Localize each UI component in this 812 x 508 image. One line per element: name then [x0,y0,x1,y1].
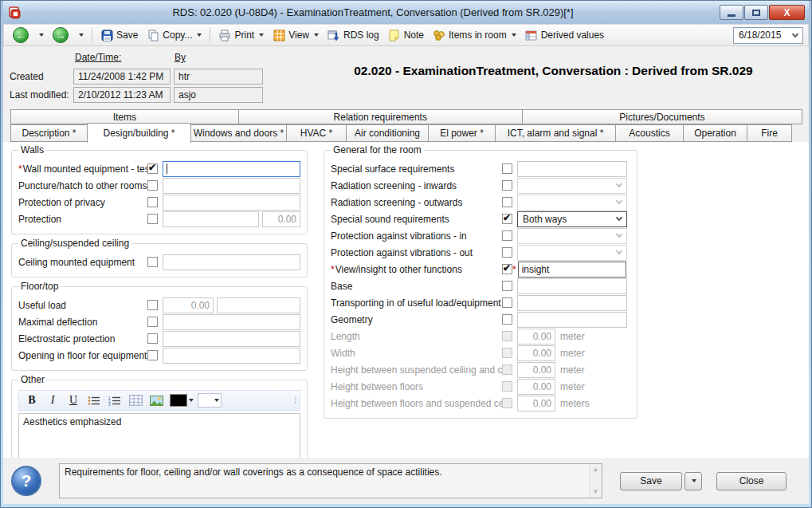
tab-fire[interactable]: Fire [747,124,792,142]
useful-load-amount-input[interactable] [163,297,214,313]
electrostatic-protection-input[interactable] [163,331,300,347]
radiation-inwards-select[interactable] [517,178,627,194]
tab-operation[interactable]: Operation [683,124,747,142]
ceiling-mounted-equipment-checkbox[interactable] [147,257,158,267]
view-button[interactable]: View [269,27,323,43]
created-by-field[interactable]: htr [174,69,263,85]
maximize-button[interactable] [744,5,768,20]
save-footer-button[interactable]: Save [620,472,682,490]
italic-button[interactable]: I [43,392,62,409]
maximal-deflection-input[interactable] [163,314,300,330]
forward-button[interactable]: → [49,26,73,45]
font-dropdown[interactable] [198,393,222,408]
form-row-electrostatic-protection: Electrostatic protection [18,330,300,347]
protection-of-privacy-input[interactable] [163,195,300,211]
vibrations-in-checkbox[interactable] [502,230,512,241]
footer-bar: ? Requirements for floor, ceiling and/or… [3,458,809,504]
date-picker[interactable]: 6/18/2015 [733,27,803,44]
scroll-down-icon[interactable]: ▼ [593,489,599,495]
save-button[interactable]: Save [96,27,142,43]
app-icon[interactable] [7,6,22,20]
tab-pictures-documents[interactable]: Pictures/Documents [522,109,802,124]
base-checkbox[interactable] [502,281,512,291]
color-swatch-icon [170,394,187,407]
protection-of-privacy-label: Protection of privacy [18,197,147,208]
special-surface-input[interactable] [517,161,627,177]
geometry-input[interactable] [517,312,627,328]
insert-image-button[interactable] [147,392,166,409]
last-modified-by-field[interactable]: asjo [174,87,263,103]
toolbar-overflow-handle[interactable]: ⁞ [294,396,296,405]
maximal-deflection-checkbox[interactable] [147,317,158,327]
tab-windows-and-doors[interactable]: Windows and doors * [190,124,287,142]
note-button[interactable]: Note [384,27,428,43]
help-icon[interactable]: ? [11,466,41,496]
created-datetime-field[interactable]: 11/24/2008 1:42 PM [73,69,171,85]
print-button[interactable]: Print [214,27,268,43]
vibrations-out-checkbox[interactable] [502,247,512,258]
transporting-input[interactable] [517,295,627,311]
transporting-checkbox[interactable] [502,297,512,308]
underline-button[interactable]: U [64,392,83,409]
form-row-useful-load: Useful load [18,297,300,313]
minimize-button[interactable] [720,5,743,20]
tab-hvac[interactable]: HVAC * [286,124,347,142]
help-scrollbar[interactable]: ▲ ▼ [589,464,602,498]
tab-design-building[interactable]: Design/building * [87,123,191,143]
height-suspended-ceiling-amount-input [517,362,555,378]
electrostatic-protection-checkbox[interactable] [147,333,158,344]
special-sound-checkbox[interactable] [502,214,512,224]
radiation-outwards-select[interactable] [517,195,627,211]
back-dropdown[interactable] [33,32,48,38]
scroll-up-icon[interactable]: ▲ [593,467,599,473]
protection-checkbox[interactable] [147,214,158,224]
radiation-inwards-checkbox[interactable] [502,180,512,191]
special-sound-select[interactable]: Both ways [517,211,627,227]
vibrations-in-select[interactable] [517,228,627,244]
wall-mounted-equipment-checkbox[interactable] [147,163,158,174]
puncture-hatch-input[interactable] [163,178,300,194]
geometry-checkbox[interactable] [502,314,512,325]
required-marker: * [512,264,516,275]
puncture-hatch-checkbox[interactable] [147,180,158,191]
vibrations-out-select[interactable] [517,245,627,261]
numbered-list-button[interactable]: 123 [105,392,124,409]
items-in-room-button[interactable]: Items in room [429,27,520,43]
tab-relation-requirements[interactable]: Relation requirements [238,109,523,124]
forward-dropdown[interactable] [73,32,88,38]
view-insight-checkbox[interactable] [502,264,512,274]
font-color-button[interactable] [167,392,196,409]
useful-load-input[interactable] [217,297,300,313]
bold-button[interactable]: B [22,392,41,409]
special-surface-checkbox[interactable] [502,163,512,174]
other-text-editor[interactable]: Aesthetics emphasized [18,413,300,458]
rds-log-button[interactable]: RDS log [324,27,383,43]
last-modified-datetime-field[interactable]: 2/10/2012 11:23 AM [73,87,171,103]
tab-ict-alarm-signal[interactable]: ICT, alarm and signal * [495,124,616,142]
wall-mounted-equipment-input[interactable] [163,161,300,177]
opening-in-floor-checkbox[interactable] [147,350,158,360]
close-button[interactable]: X [769,5,805,20]
insert-table-button[interactable] [126,392,145,409]
opening-in-floor-input[interactable] [163,348,300,364]
bullet-list-icon [88,396,100,406]
close-footer-button[interactable]: Close [716,472,787,490]
form-row-radiation-inwards: Radiation screening - inwards [331,177,630,194]
bullet-list-button[interactable] [84,392,104,409]
useful-load-checkbox[interactable] [147,300,158,310]
save-options-dropdown[interactable] [685,472,702,490]
tab-acoustics[interactable]: Acoustics [615,124,684,142]
protection-input[interactable] [163,211,259,227]
view-insight-input[interactable] [518,262,626,278]
tab-air-conditioning[interactable]: Air conditioning [346,124,429,142]
derived-values-button[interactable]: Derived values [521,27,608,43]
tab-el-power[interactable]: El power * [428,124,496,142]
radiation-outwards-checkbox[interactable] [502,197,512,207]
protection-of-privacy-checkbox[interactable] [147,197,158,207]
back-button[interactable]: ← [9,26,33,45]
ceiling-mounted-equipment-input[interactable] [163,254,300,270]
tab-description[interactable]: Description * [10,124,88,142]
copy-button[interactable]: Copy... [143,27,206,43]
base-input[interactable] [517,278,627,294]
protection-amount-input[interactable] [262,211,300,227]
